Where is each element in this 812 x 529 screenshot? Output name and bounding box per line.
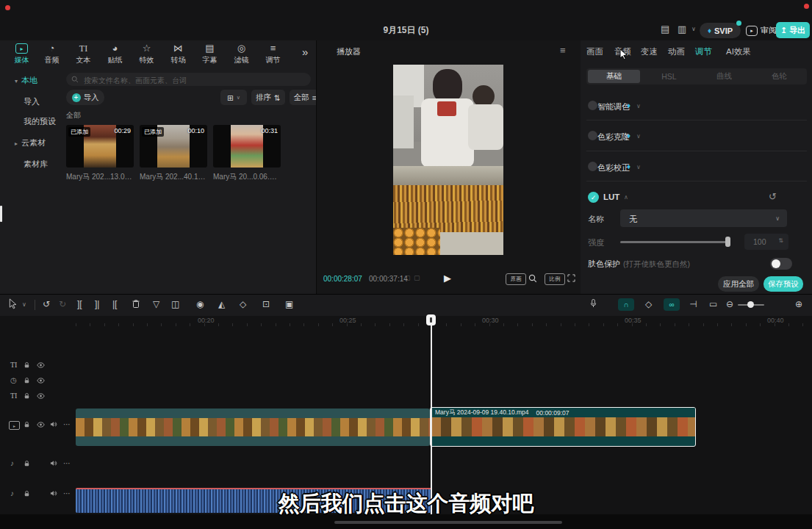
eye-icon[interactable] xyxy=(37,393,45,399)
chevron-down-icon[interactable]: ∨ xyxy=(636,164,641,170)
skin-protect-switch[interactable] xyxy=(770,258,792,270)
speaker-icon[interactable] xyxy=(50,421,57,428)
chevron-down-icon[interactable]: ∨ xyxy=(636,103,641,109)
export-button[interactable]: ↥ 导出 xyxy=(776,22,810,38)
eye-icon[interactable] xyxy=(37,362,45,368)
lock-icon[interactable] xyxy=(24,361,30,369)
pages-icon[interactable]: ▢ ▢ xyxy=(404,274,421,281)
trim-right-icon[interactable]: |[ xyxy=(112,299,117,309)
color-correction-toggle[interactable] xyxy=(588,162,597,171)
rotate-icon[interactable]: ◇ xyxy=(240,299,246,309)
video-preview[interactable] xyxy=(393,65,503,255)
toggle-panel-layout-icon[interactable]: ▤ xyxy=(661,24,669,35)
speaker-icon[interactable] xyxy=(50,460,57,467)
cover-icon[interactable]: ▭ xyxy=(709,299,717,309)
search-input[interactable] xyxy=(82,73,306,87)
lock-icon[interactable] xyxy=(24,377,30,384)
redo-icon[interactable]: ↻ xyxy=(59,299,66,309)
lock-icon[interactable] xyxy=(24,392,30,400)
video-clip[interactable] xyxy=(76,409,430,446)
smart-color-toggle[interactable] xyxy=(588,101,597,110)
playhead-line[interactable] xyxy=(431,316,432,514)
tab-media[interactable]: ▸ 媒体 xyxy=(6,42,37,67)
timeline-zoom-in-icon[interactable]: ⊕ xyxy=(795,299,802,309)
nav-cloud-assets[interactable]: ▸云素材 xyxy=(15,137,46,148)
panel-resize-handle[interactable] xyxy=(0,206,2,222)
eye-icon[interactable] xyxy=(37,422,45,428)
record-voiceover-icon[interactable] xyxy=(589,298,597,309)
stepper-icon[interactable]: ⇅ xyxy=(778,237,783,244)
strength-value-box[interactable]: 100 ⇅ xyxy=(744,234,788,250)
crop-icon[interactable]: ⊡ xyxy=(262,299,270,309)
sort-button[interactable]: 排序 ⇅ xyxy=(251,90,285,105)
toggle-timeline-layout-icon[interactable]: ▥ xyxy=(678,24,686,35)
preview-axis-icon[interactable]: ⊣ xyxy=(689,299,697,309)
media-thumbnail[interactable]: 已添加 00:10 xyxy=(140,125,207,168)
keyframe-icon[interactable]: ◇ xyxy=(645,299,652,309)
lut-name-dropdown[interactable]: 无 ∨ xyxy=(620,209,787,227)
tab-filters[interactable]: ◎ 滤镜 xyxy=(226,42,257,67)
media-item[interactable]: 已添加 00:29 Mary马 202...13.01.mp4 xyxy=(66,125,134,182)
delete-icon[interactable] xyxy=(132,299,140,309)
review-button[interactable]: ▸ 审阅 xyxy=(746,23,777,38)
split-icon[interactable]: ][ xyxy=(77,299,82,309)
media-item[interactable]: 已添加 00:10 Mary马 202...40.10.mp4 xyxy=(140,125,207,182)
quality-selector[interactable]: 原画 xyxy=(506,273,526,285)
fullscreen-icon[interactable] xyxy=(567,274,575,282)
mask-icon[interactable]: ▽ xyxy=(153,299,159,309)
nav-my-presets[interactable]: 我的预设 xyxy=(24,116,56,127)
tab-picture[interactable]: 画面 xyxy=(586,46,603,57)
svip-button[interactable]: ♦ SVIP xyxy=(700,23,741,38)
nav-local[interactable]: ▾本地 xyxy=(15,75,37,86)
reset-icon[interactable]: ↺ xyxy=(769,191,777,202)
speed-icon[interactable]: ◉ xyxy=(196,299,204,309)
nav-asset-library[interactable]: 素材库 xyxy=(24,159,48,170)
subtab-hsl[interactable]: HSL xyxy=(643,70,695,83)
nav-import[interactable]: 导入 xyxy=(24,96,40,107)
timeline-zoom-slider-knob[interactable] xyxy=(747,301,754,308)
tab-animation[interactable]: 动画 xyxy=(668,46,685,57)
view-mode-selector[interactable]: ⊞ ∨ xyxy=(220,90,247,105)
media-thumbnail[interactable]: 00:31 xyxy=(213,125,281,168)
freeze-frame-icon[interactable]: ▣ xyxy=(285,299,293,309)
save-preset-button[interactable]: 保存预设 xyxy=(764,276,803,292)
track-more-icon[interactable]: ⋯ xyxy=(63,459,71,467)
overlay-icon[interactable]: ◫ xyxy=(171,299,179,309)
tab-captions[interactable]: ▤ 字幕 xyxy=(194,42,226,67)
tab-adjust[interactable]: ≡ 调节 xyxy=(257,42,289,67)
media-item[interactable]: 00:31 Mary马 20...0.06.mp4 xyxy=(213,125,281,182)
media-thumbnail[interactable]: 已添加 00:29 xyxy=(66,125,134,168)
strength-slider-track[interactable] xyxy=(620,241,729,243)
lut-checkbox[interactable]: ✓ xyxy=(588,192,599,203)
select-tool-icon[interactable] xyxy=(9,298,18,309)
auto-snap-icon[interactable]: ∩ xyxy=(618,298,634,311)
import-button[interactable]: + 导入 xyxy=(66,90,104,105)
timeline-horizontal-scrollbar[interactable] xyxy=(334,521,562,524)
chevron-down-icon[interactable]: ∨ xyxy=(636,133,641,140)
more-tabs-icon[interactable]: » xyxy=(302,46,308,58)
tab-effects[interactable]: ☆ 特效 xyxy=(131,42,162,67)
tab-sticker[interactable]: ◕ 贴纸 xyxy=(99,42,131,67)
playhead-handle[interactable] xyxy=(426,314,436,325)
subtab-basic[interactable]: 基础 xyxy=(588,70,640,83)
subtab-curves[interactable]: 曲线 xyxy=(698,70,750,83)
track-more-icon[interactable]: ⋯ xyxy=(63,420,71,428)
undo-icon[interactable]: ↺ xyxy=(43,299,50,309)
mirror-icon[interactable]: ◭ xyxy=(218,299,225,309)
ratio-selector[interactable]: 比例 xyxy=(545,273,565,285)
layout-chevron-icon[interactable]: ∨ xyxy=(691,26,696,32)
apply-all-button[interactable]: 应用全部 xyxy=(718,276,759,292)
subtab-color-wheel[interactable]: 色轮 xyxy=(753,70,805,83)
tab-speed[interactable]: 变速 xyxy=(641,46,658,57)
select-tool-chevron-icon[interactable]: ∨ xyxy=(22,301,26,308)
lock-icon[interactable] xyxy=(24,421,30,428)
lock-icon[interactable] xyxy=(24,460,30,467)
player-menu-icon[interactable]: ≡ xyxy=(560,45,566,56)
eye-icon[interactable] xyxy=(37,378,45,384)
tab-adjustment[interactable]: 调节 xyxy=(695,46,712,57)
color-clone-toggle[interactable] xyxy=(588,131,597,140)
link-preview-icon[interactable]: ∞ xyxy=(664,298,680,311)
tab-audio[interactable]: ◔ 音频 xyxy=(36,42,68,67)
collapse-icon[interactable]: ∧ xyxy=(624,194,628,201)
preview-zoom-icon[interactable] xyxy=(528,274,537,283)
